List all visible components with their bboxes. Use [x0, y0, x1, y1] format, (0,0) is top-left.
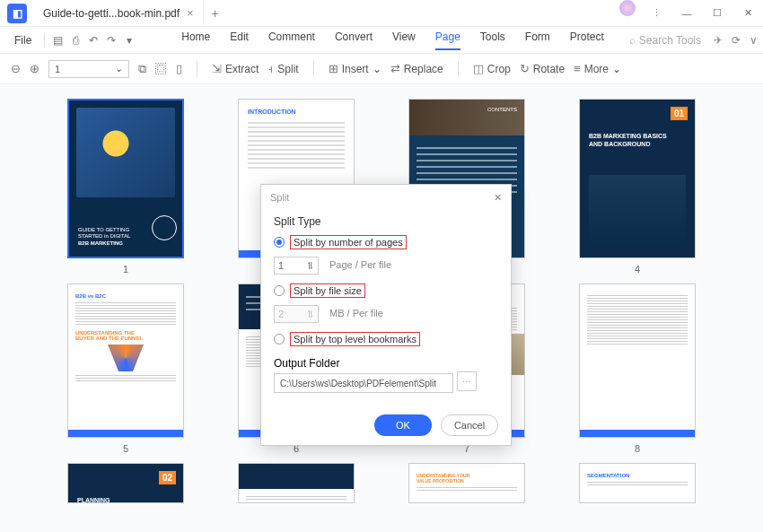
thumb-5[interactable]: B2B vs B2CUNDERSTANDING THEBUYER AND THE…: [67, 283, 184, 454]
replace-button[interactable]: ⇄Replace: [390, 62, 443, 75]
cloud-icon[interactable]: ⟳: [732, 34, 741, 47]
insert-button[interactable]: ⊞Insert ⌄: [329, 62, 382, 75]
stepper-icon[interactable]: ⥮: [306, 260, 314, 272]
page-number-field[interactable]: 1⌄: [48, 60, 129, 78]
option-label: Split by number of pages: [290, 235, 407, 249]
radio-on-icon[interactable]: [274, 237, 285, 248]
new-tab-button[interactable]: +: [204, 6, 227, 21]
redo-icon[interactable]: ↷: [102, 34, 120, 47]
tab-comment[interactable]: Comment: [268, 31, 315, 50]
user-avatar[interactable]: [619, 0, 636, 16]
app-icon: ◧: [7, 4, 27, 23]
thumb-label: 8: [635, 443, 640, 454]
main-tabs: Home Edit Comment Convert View Page Tool…: [181, 31, 613, 50]
minimize-button[interactable]: —: [671, 0, 702, 27]
rotate-button[interactable]: ↻Rotate: [520, 62, 565, 75]
split-button[interactable]: ⫞Split: [267, 62, 298, 75]
dialog-titlebar: Split ✕: [261, 185, 511, 210]
thumb-9[interactable]: 02PLANNING: [67, 463, 184, 503]
replace-icon: ⇄: [390, 62, 400, 75]
chevron-down-icon: ⌄: [612, 63, 621, 75]
tab-home[interactable]: Home: [181, 31, 210, 50]
output-path-field[interactable]: C:\Users\ws\Desktop\PDFelement\Split: [274, 373, 453, 393]
size-suffix: MB / Per file: [329, 308, 383, 318]
more-button[interactable]: ≡More ⌄: [574, 62, 621, 75]
stepper-icon: ⥮: [306, 309, 314, 320]
crop-icon: ◫: [473, 62, 484, 75]
search-placeholder: Search Tools: [639, 34, 701, 47]
file-menu[interactable]: File: [5, 34, 40, 47]
thumb-label: 5: [123, 443, 128, 454]
radio-off-icon[interactable]: [274, 334, 285, 344]
tab-view[interactable]: View: [392, 31, 416, 50]
zoom-out-icon[interactable]: ⊖: [11, 62, 21, 75]
rotate-icon: ↻: [520, 62, 530, 75]
cancel-button[interactable]: Cancel: [441, 414, 498, 436]
insert-icon: ⊞: [329, 62, 338, 75]
zoom-in-icon[interactable]: ⊕: [30, 62, 39, 75]
chevron-icon[interactable]: ∨: [750, 34, 758, 47]
thumb-10[interactable]: [238, 463, 355, 503]
pages-suffix: Page / Per file: [329, 259, 391, 270]
split-icon: ⫞: [267, 62, 274, 75]
layout-icon-1[interactable]: ⧉: [138, 62, 146, 76]
print-icon[interactable]: ⎙: [66, 34, 84, 47]
layout-icon-2[interactable]: ⿴: [155, 62, 167, 75]
document-tab[interactable]: Guide-to-getti...book-min.pdf ×: [34, 1, 204, 26]
tab-convert[interactable]: Convert: [335, 31, 373, 50]
browse-button[interactable]: ⋯: [457, 371, 477, 391]
option-split-by-bookmarks[interactable]: Split by top level bookmarks: [274, 332, 498, 346]
tab-tools[interactable]: Tools: [480, 31, 505, 50]
page-toolbar: ⊖ ⊕ 1⌄ ⧉ ⿴ ▯ ⇲Extract ⫞Split ⊞Insert ⌄ ⇄…: [0, 54, 763, 84]
tab-form[interactable]: Form: [525, 31, 550, 50]
thumb-4[interactable]: 01B2B MARKETING BASICSAND BACKGROUND☁▤◉✉…: [579, 99, 696, 275]
crop-button[interactable]: ◫Crop: [473, 62, 511, 75]
thumb-8[interactable]: 8: [579, 283, 696, 454]
tab-edit[interactable]: Edit: [230, 31, 249, 50]
split-type-label: Split Type: [274, 215, 498, 228]
tab-page[interactable]: Page: [435, 31, 460, 50]
undo-icon[interactable]: ↶: [84, 34, 102, 47]
tab-protect[interactable]: Protect: [570, 31, 604, 50]
more-icon: ≡: [574, 62, 581, 75]
option-label: Split by file size: [290, 283, 365, 298]
chevron-down-icon: ⌄: [373, 63, 382, 75]
dialog-title: Split: [270, 192, 289, 203]
titlebar: ◧ Guide-to-getti...book-min.pdf × + ⋮ — …: [0, 0, 763, 27]
thumb-12[interactable]: SEGMENTATION: [579, 463, 696, 503]
save-icon[interactable]: ▤: [48, 34, 66, 47]
size-number-field: 2⥮: [274, 305, 319, 323]
kebab-icon[interactable]: ⋮: [641, 0, 671, 27]
thumb-1[interactable]: GUIDE TO GETTINGSTARTED in DIGITALB2B MA…: [67, 99, 184, 275]
dialog-close-icon[interactable]: ✕: [494, 192, 502, 204]
search-icon: ⌕: [629, 34, 636, 47]
ok-button[interactable]: OK: [374, 414, 432, 436]
layout-icon-3[interactable]: ▯: [176, 62, 182, 75]
radio-off-icon[interactable]: [274, 285, 285, 296]
send-icon[interactable]: ✈: [714, 34, 723, 47]
thumb-label: 4: [635, 264, 640, 275]
close-window-button[interactable]: ✕: [732, 0, 763, 27]
tab-filename: Guide-to-getti...book-min.pdf: [43, 7, 180, 20]
menubar: File ▤ ⎙ ↶ ↷ ▾ Home Edit Comment Convert…: [0, 27, 763, 54]
search-tools[interactable]: ⌕ Search Tools: [629, 34, 701, 47]
extract-icon: ⇲: [212, 62, 222, 75]
page-value: 1: [55, 64, 60, 74]
dropdown-icon[interactable]: ▾: [120, 34, 138, 47]
extract-button[interactable]: ⇲Extract: [212, 62, 259, 75]
option-split-by-size[interactable]: Split by file size: [274, 283, 498, 298]
thumb-label: 1: [123, 264, 128, 275]
thumb-11[interactable]: UNDERSTANDING YOURVALUE PROPOSITION: [408, 463, 525, 503]
chevron-down-icon: ⌄: [115, 63, 123, 74]
option-label: Split by top level bookmarks: [290, 332, 420, 346]
close-tab-icon[interactable]: ×: [187, 6, 194, 20]
pages-number-field[interactable]: 1⥮: [274, 257, 319, 275]
maximize-button[interactable]: ☐: [702, 0, 732, 27]
output-folder-label: Output Folder: [274, 357, 498, 370]
option-split-by-pages[interactable]: Split by number of pages: [274, 235, 498, 249]
split-dialog: Split ✕ Split Type Split by number of pa…: [260, 184, 512, 446]
